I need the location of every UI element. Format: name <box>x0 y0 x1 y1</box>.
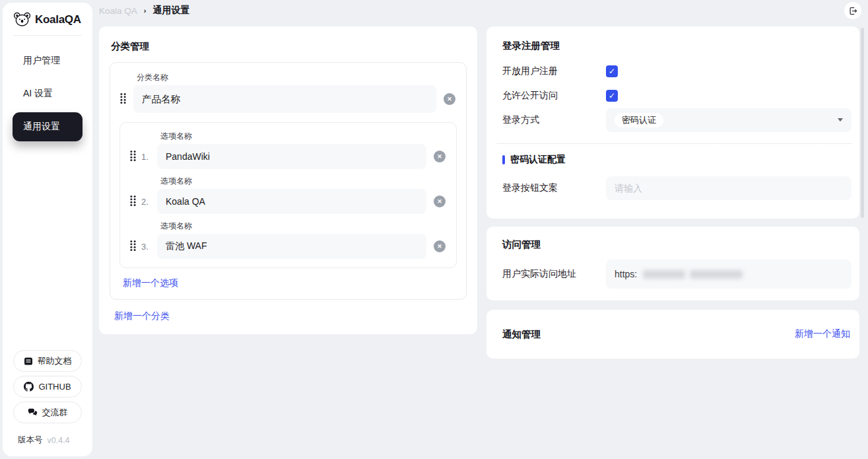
close-icon: ✕ <box>437 244 442 250</box>
password-section-header: 密码认证配置 <box>502 154 851 166</box>
check-icon: ✓ <box>609 67 615 75</box>
login-method-chip: 密码认证 <box>615 113 663 127</box>
logout-button[interactable] <box>844 2 861 19</box>
access-address-value[interactable]: https: <box>606 260 851 289</box>
scrollbar[interactable] <box>861 28 864 218</box>
option-index: 2. <box>141 197 152 207</box>
access-address-row: 用户实际访问地址 https: <box>502 260 851 289</box>
sidebar-item-general-settings[interactable]: 通用设置 <box>13 112 83 141</box>
login-method-label: 登录方式 <box>502 114 606 126</box>
sidebar-item-ai-settings[interactable]: AI 设置 <box>13 79 83 108</box>
remove-option-button[interactable]: ✕ <box>434 151 446 162</box>
public-access-checkbox[interactable]: ✓ <box>606 90 618 102</box>
access-card-title: 访问管理 <box>502 238 851 251</box>
option-row: 1. 选项名称 ✕ <box>129 131 447 169</box>
open-registration-label: 开放用户注册 <box>502 65 606 77</box>
sidebar-divider <box>13 35 82 36</box>
close-icon: ✕ <box>437 154 442 160</box>
app-logo[interactable]: KoalaQA <box>3 3 92 35</box>
github-button[interactable]: GITHUB <box>13 376 82 398</box>
sidebar-footer: 帮助文档 GITHUB 交流群 版本号 v0.4.4 <box>3 350 92 456</box>
category-name-field: 分类名称 <box>133 72 436 113</box>
section-divider <box>497 143 851 144</box>
notification-management-card: 通知管理 新增一个通知 <box>486 310 859 359</box>
help-doc-icon <box>24 357 33 366</box>
login-method-select[interactable]: 密码认证 <box>606 108 851 132</box>
category-row: 分类名称 ✕ <box>119 72 457 113</box>
public-access-label: 允许公开访问 <box>502 90 606 102</box>
access-management-card: 访问管理 用户实际访问地址 https: <box>486 227 859 300</box>
remove-option-button[interactable]: ✕ <box>434 240 446 252</box>
sidebar-item-user-management[interactable]: 用户管理 <box>13 46 83 75</box>
options-box: 1. 选项名称 ✕ <box>119 122 457 268</box>
option-name-field: 选项名称 <box>157 176 426 214</box>
help-doc-button[interactable]: 帮助文档 <box>13 350 82 372</box>
option-name-label: 选项名称 <box>160 221 426 232</box>
add-notification-link[interactable]: 新增一个通知 <box>795 328 850 340</box>
public-access-row: 允许公开访问 ✓ <box>502 83 851 108</box>
drag-handle-icon[interactable] <box>129 150 137 162</box>
option-name-input[interactable] <box>157 234 426 259</box>
category-name-label: 分类名称 <box>137 72 436 83</box>
drag-handle-icon[interactable] <box>129 240 137 252</box>
option-index: 3. <box>141 242 152 252</box>
open-registration-row: 开放用户注册 ✓ <box>502 59 851 83</box>
option-name-field: 选项名称 <box>157 131 426 169</box>
breadcrumb-parent[interactable]: Koala QA <box>99 6 137 16</box>
sidebar: KoalaQA 用户管理 AI 设置 通用设置 帮助文档 GITHUB <box>3 3 92 456</box>
login-method-row: 登录方式 密码认证 <box>502 108 851 132</box>
koala-logo-icon <box>13 11 31 28</box>
login-button-text-row: 登录按钮文案 <box>502 176 851 200</box>
category-box: 分类名称 ✕ 1. 选项 <box>110 62 467 300</box>
category-name-input[interactable] <box>133 85 436 113</box>
version-info: 版本号 v0.4.4 <box>13 427 82 448</box>
right-column: 登录注册管理 开放用户注册 ✓ 允许公开访问 ✓ 登录方式 密码认证 <box>486 26 859 359</box>
login-button-text-label: 登录按钮文案 <box>502 182 606 194</box>
chat-group-icon <box>28 408 38 417</box>
open-registration-checkbox[interactable]: ✓ <box>606 65 618 77</box>
option-name-input[interactable] <box>157 144 426 169</box>
version-label: 版本号 <box>18 435 43 446</box>
redacted-text <box>643 270 685 279</box>
close-icon: ✕ <box>447 96 452 102</box>
notification-card-title: 通知管理 <box>502 328 541 341</box>
close-icon: ✕ <box>437 199 442 205</box>
access-address-prefix: https: <box>615 269 637 279</box>
login-button-text-input[interactable] <box>606 176 851 200</box>
topbar: Koala QA › 通用设置 <box>99 0 861 21</box>
category-card-title: 分类管理 <box>111 40 467 53</box>
option-name-field: 选项名称 <box>157 221 426 259</box>
option-name-input[interactable] <box>157 189 426 214</box>
check-icon: ✓ <box>609 92 615 100</box>
drag-handle-icon[interactable] <box>129 195 137 207</box>
option-name-label: 选项名称 <box>160 131 426 142</box>
drag-handle-icon[interactable] <box>119 92 127 104</box>
option-index: 1. <box>141 152 152 162</box>
redacted-text <box>690 270 743 279</box>
chat-group-label: 交流群 <box>42 407 68 419</box>
app-name: KoalaQA <box>35 13 81 26</box>
login-card-title: 登录注册管理 <box>502 40 851 52</box>
github-icon <box>24 382 34 392</box>
page-root: KoalaQA 用户管理 AI 设置 通用设置 帮助文档 GITHUB <box>0 0 868 459</box>
add-category-link[interactable]: 新增一个分类 <box>114 310 170 322</box>
login-register-card: 登录注册管理 开放用户注册 ✓ 允许公开访问 ✓ 登录方式 密码认证 <box>486 26 859 219</box>
remove-category-button[interactable]: ✕ <box>444 93 455 105</box>
access-address-label: 用户实际访问地址 <box>502 268 606 280</box>
chevron-down-icon <box>838 118 843 122</box>
password-section-title: 密码认证配置 <box>510 154 566 166</box>
github-label: GITHUB <box>38 382 71 392</box>
breadcrumb-current: 通用设置 <box>152 5 189 17</box>
add-option-link[interactable]: 新增一个选项 <box>123 277 178 289</box>
sidebar-menu: 用户管理 AI 设置 通用设置 <box>3 46 92 145</box>
help-doc-label: 帮助文档 <box>38 355 72 367</box>
option-row: 3. 选项名称 ✕ <box>129 221 447 259</box>
version-value: v0.4.4 <box>48 436 70 445</box>
option-row: 2. 选项名称 ✕ <box>129 176 447 214</box>
category-management-card: 分类管理 分类名称 ✕ <box>99 26 477 334</box>
chat-group-button[interactable]: 交流群 <box>13 402 82 423</box>
option-name-label: 选项名称 <box>160 176 426 187</box>
remove-option-button[interactable]: ✕ <box>434 195 446 207</box>
section-accent-bar <box>502 155 505 164</box>
logout-icon <box>848 6 858 16</box>
